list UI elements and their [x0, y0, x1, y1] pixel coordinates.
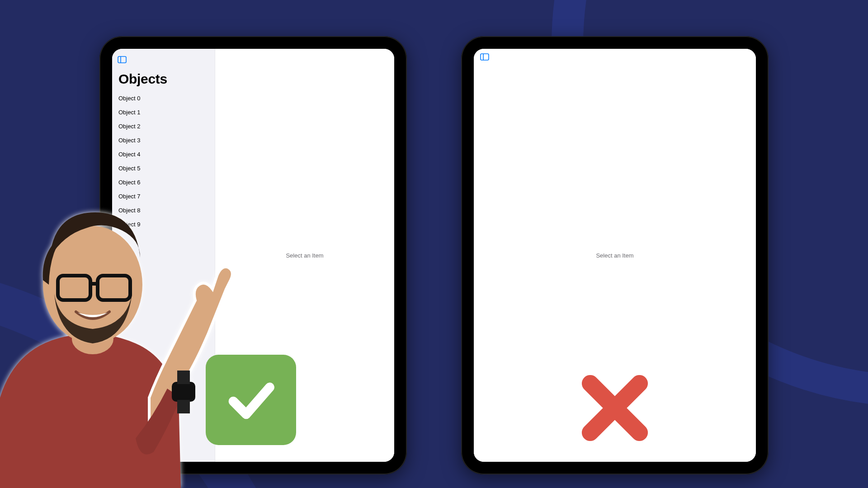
svg-rect-9 [172, 382, 195, 402]
svg-rect-10 [177, 371, 190, 384]
sidebar-toggle-icon[interactable] [480, 53, 489, 61]
sidebar-toggle-icon[interactable] [118, 56, 127, 63]
list-item[interactable]: Object 2 [112, 119, 215, 133]
status-badge-incorrect [574, 368, 656, 450]
list-item[interactable]: Object 1 [112, 105, 215, 119]
presenter-photo [0, 145, 244, 488]
list-item[interactable]: Object 0 [112, 91, 215, 105]
svg-rect-2 [481, 54, 489, 60]
svg-rect-0 [118, 56, 126, 63]
ipad-right-incorrect: Select an Item [461, 36, 769, 474]
cross-icon [576, 370, 653, 448]
svg-rect-11 [177, 400, 190, 413]
detail-placeholder-text: Select an Item [596, 252, 633, 259]
detail-placeholder-text: Select an Item [286, 252, 323, 259]
sidebar-title: Objects [112, 69, 215, 91]
detail-topbar [480, 53, 489, 62]
sidebar-topbar [112, 53, 215, 69]
